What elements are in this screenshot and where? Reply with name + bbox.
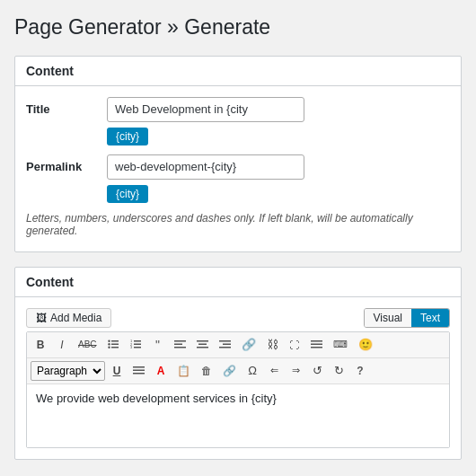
svg-rect-18	[219, 340, 231, 342]
svg-rect-16	[198, 344, 207, 346]
underline-button[interactable]: U	[107, 361, 127, 381]
custom-link-button[interactable]: 🔗	[218, 361, 241, 381]
permalink-row: Permalink {city}	[26, 154, 450, 203]
more-toolbar-button[interactable]	[306, 335, 327, 355]
title-field-wrap: {city}	[107, 97, 450, 145]
ul-button[interactable]	[103, 335, 124, 355]
svg-point-3	[108, 340, 110, 342]
svg-rect-12	[174, 340, 186, 342]
undo-button[interactable]: ↺	[307, 361, 327, 381]
editor-postbox-body: 🖼 Add Media Visual Text B I ABC 123	[15, 297, 461, 459]
svg-text:3: 3	[130, 345, 133, 349]
svg-rect-8	[134, 347, 141, 348]
editor-area: B I ABC 123 " 🔗	[26, 331, 450, 448]
svg-rect-26	[133, 373, 145, 375]
blockquote-button[interactable]: "	[148, 335, 168, 355]
add-media-label: Add Media	[50, 312, 101, 324]
svg-rect-14	[174, 347, 186, 348]
svg-rect-22	[311, 344, 322, 346]
permalink-tag-button[interactable]: {city}	[107, 185, 148, 203]
add-media-icon: 🖼	[36, 312, 47, 324]
keyboard-button[interactable]: ⌨	[329, 335, 352, 355]
svg-rect-13	[174, 344, 182, 346]
title-label: Title	[26, 97, 107, 116]
permalink-helper-text: Letters, numbers, underscores and dashes…	[26, 212, 450, 241]
svg-rect-6	[134, 340, 141, 342]
add-media-button[interactable]: 🖼 Add Media	[26, 308, 111, 328]
strikethrough-button[interactable]: ABC	[74, 335, 101, 355]
content-postbox-header: Content	[15, 57, 461, 86]
text-tab[interactable]: Text	[411, 309, 449, 327]
svg-rect-17	[197, 347, 208, 348]
clear-button[interactable]: 🗑	[197, 361, 216, 381]
align-right-button[interactable]	[215, 335, 235, 355]
font-color-button[interactable]: A	[151, 361, 171, 381]
toolbar-row-2: Paragraph U A 📋 🗑 🔗 Ω ⇐ ⇒ ↺ ↻ ?	[27, 358, 449, 384]
svg-rect-0	[111, 340, 119, 342]
italic-button[interactable]: I	[52, 335, 72, 355]
align-left-button[interactable]	[170, 335, 190, 355]
editor-top-bar: 🖼 Add Media Visual Text	[26, 308, 450, 328]
permalink-input[interactable]	[107, 154, 304, 180]
rtl-button[interactable]: ⇐	[264, 361, 284, 381]
view-toggle: Visual Text	[364, 308, 450, 328]
bold-button[interactable]: B	[31, 335, 50, 355]
svg-rect-23	[311, 347, 322, 348]
redo-button[interactable]: ↻	[329, 361, 348, 381]
svg-rect-2	[111, 347, 119, 348]
editor-content[interactable]: We provide web development services in {…	[27, 384, 449, 447]
emoji-button[interactable]: 🙂	[354, 335, 377, 355]
svg-point-5	[108, 347, 110, 348]
unlink-button[interactable]: ⛓	[262, 335, 283, 355]
justify-button[interactable]	[128, 361, 149, 381]
svg-rect-7	[134, 344, 141, 346]
omega-button[interactable]: Ω	[242, 361, 262, 381]
visual-tab[interactable]: Visual	[365, 309, 411, 327]
editor-postbox: Content 🖼 Add Media Visual Text B I ABC	[14, 267, 462, 460]
fullscreen-button[interactable]: ⛶	[285, 335, 304, 355]
svg-rect-19	[223, 344, 231, 346]
svg-rect-20	[219, 347, 231, 348]
ol-button[interactable]: 123	[126, 335, 146, 355]
ltr-button[interactable]: ⇒	[286, 361, 305, 381]
permalink-label: Permalink	[26, 154, 107, 173]
page-title: Page Generator » Generate	[14, 14, 462, 41]
svg-rect-24	[133, 366, 145, 368]
svg-rect-21	[311, 340, 322, 342]
editor-postbox-header: Content	[15, 268, 461, 297]
title-tag-button[interactable]: {city}	[107, 128, 148, 145]
title-input[interactable]	[107, 97, 304, 122]
help-button[interactable]: ?	[350, 361, 370, 381]
svg-rect-1	[111, 344, 119, 346]
link-button[interactable]: 🔗	[237, 335, 260, 355]
content-postbox: Content Title {city} Permalink {city} Le…	[14, 56, 462, 252]
svg-point-4	[108, 343, 110, 345]
paragraph-select[interactable]: Paragraph	[31, 361, 105, 381]
title-row: Title {city}	[26, 97, 450, 145]
permalink-field-wrap: {city}	[107, 154, 450, 203]
svg-rect-25	[133, 370, 145, 372]
paste-button[interactable]: 📋	[172, 361, 195, 381]
svg-rect-15	[197, 340, 208, 342]
content-postbox-body: Title {city} Permalink {city} Letters, n…	[15, 86, 461, 251]
align-center-button[interactable]	[192, 335, 213, 355]
toolbar-row-1: B I ABC 123 " 🔗	[27, 332, 449, 358]
